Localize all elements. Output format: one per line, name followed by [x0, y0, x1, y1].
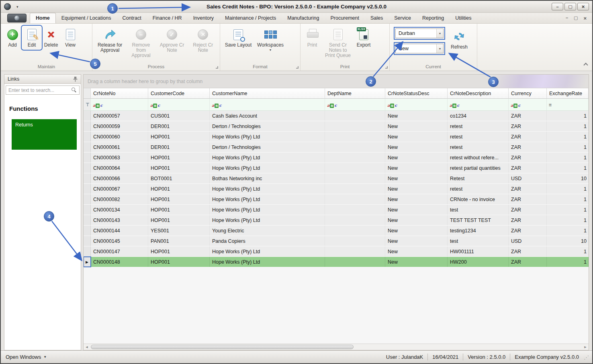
cell-deptname[interactable] — [325, 205, 385, 215]
filter-cell[interactable] — [385, 99, 448, 110]
cell-customername[interactable]: Hope Works (Pty) Ltd — [210, 215, 325, 225]
column-header[interactable]: CrNoteDescription — [448, 88, 509, 99]
cell-crnoteno[interactable]: CN0000082 — [91, 194, 148, 204]
ribbon-tab[interactable]: Service — [389, 13, 417, 23]
row-indicator[interactable] — [84, 111, 91, 121]
ribbon-tab[interactable]: Sales — [365, 13, 389, 23]
column-header[interactable]: CustomerName — [210, 88, 325, 99]
reject-cr-note-button[interactable]: Reject Cr Note — [188, 26, 218, 54]
release-for-approval-button[interactable]: Release for Approval — [95, 26, 125, 54]
cell-exchangerate[interactable]: 1 — [547, 215, 589, 225]
cell-customername[interactable]: Hope Works (Pty) Ltd — [210, 205, 325, 215]
cell-customername[interactable]: Hope Works (Pty) Ltd — [210, 163, 325, 173]
cell-customername[interactable]: Hope Works (Pty) Ltd — [210, 194, 325, 204]
cell-crnotedescription[interactable]: retest without refere... — [448, 153, 509, 163]
cell-customername[interactable]: Young Electric — [210, 226, 325, 236]
cell-customercode[interactable]: HOP001 — [148, 153, 210, 163]
ribbon-minimize-icon[interactable] — [566, 15, 568, 21]
title-bar[interactable]: Sales Credit Notes - BPO: Version 2.5.0.… — [1, 1, 592, 13]
text-filter-icon[interactable] — [450, 101, 459, 108]
pin-icon[interactable] — [73, 77, 78, 82]
cell-deptname[interactable] — [325, 153, 385, 163]
cell-deptname[interactable] — [325, 215, 385, 225]
cell-customername[interactable]: Hope Works (Pty) Ltd — [210, 132, 325, 142]
minimize-button[interactable] — [552, 3, 563, 10]
cell-crnotestatusdesc[interactable]: New — [385, 236, 448, 246]
ribbon-close-icon[interactable] — [583, 15, 587, 21]
cell-exchangerate[interactable]: 1 — [547, 142, 589, 152]
approve-cr-note-button[interactable]: Approve Cr Note — [157, 26, 187, 54]
cell-deptname[interactable] — [325, 226, 385, 236]
cell-exchangerate[interactable]: 1 — [547, 194, 589, 204]
row-indicator[interactable] — [84, 121, 91, 131]
cell-customercode[interactable]: HOP001 — [148, 205, 210, 215]
row-indicator[interactable] — [84, 194, 91, 204]
ribbon-tab[interactable]: Equipment / Locations — [56, 13, 117, 23]
table-row[interactable]: CN0000060 HOP001 Hope Works (Pty) Ltd Ne… — [84, 132, 589, 142]
cell-crnotestatusdesc[interactable]: New — [385, 246, 448, 256]
cell-exchangerate[interactable]: 1 — [547, 121, 589, 131]
cell-crnoteno[interactable]: CN0000143 — [91, 215, 148, 225]
cell-crnotedescription[interactable]: retest — [448, 184, 509, 194]
cell-currency[interactable]: ZAR — [509, 194, 547, 204]
ribbon-tab[interactable]: Finance / HR — [147, 13, 188, 23]
column-header[interactable]: Currency — [509, 88, 547, 99]
dialog-launcher-icon[interactable] — [296, 66, 299, 69]
filter-cell[interactable] — [91, 99, 148, 110]
cell-crnotestatusdesc[interactable]: New — [385, 173, 448, 183]
cell-currency[interactable]: ZAR — [509, 132, 547, 142]
cell-crnoteno[interactable]: CN0000059 — [91, 121, 148, 131]
cell-crnotedescription[interactable]: retest — [448, 121, 509, 131]
open-windows-button[interactable]: Open Windows — [6, 354, 47, 360]
cell-customername[interactable]: Hope Works (Pty) Ltd — [210, 246, 325, 256]
cell-deptname[interactable] — [325, 236, 385, 246]
collapse-ribbon-icon[interactable] — [583, 63, 588, 67]
cell-currency[interactable]: ZAR — [509, 142, 547, 152]
sidebar-item-returns[interactable]: Returns — [12, 119, 77, 150]
cell-currency[interactable]: ZAR — [509, 257, 547, 267]
table-row[interactable]: CN0000063 HOP001 Hope Works (Pty) Ltd Ne… — [84, 153, 589, 163]
send-cr-notes-to-print-queue-button[interactable]: Send Cr Notes to Print Queue — [322, 26, 354, 59]
row-indicator[interactable] — [84, 246, 91, 256]
row-indicator[interactable] — [84, 163, 91, 173]
cell-exchangerate[interactable]: 1 — [547, 226, 589, 236]
ribbon-restore-icon[interactable] — [574, 15, 578, 21]
export-button[interactable]: XLSX Export — [354, 26, 373, 49]
cell-crnotestatusdesc[interactable]: New — [385, 153, 448, 163]
chevron-down-icon[interactable] — [436, 29, 443, 38]
cell-deptname[interactable] — [325, 184, 385, 194]
cell-crnotestatusdesc[interactable]: New — [385, 205, 448, 215]
cell-deptname[interactable] — [325, 132, 385, 142]
table-row[interactable]: CN0000144 YES001 Young Electric New test… — [84, 226, 589, 236]
cell-crnotedescription[interactable]: retest — [448, 142, 509, 152]
cell-customercode[interactable]: PAN001 — [148, 236, 210, 246]
cell-exchangerate[interactable]: 10 — [547, 173, 589, 183]
ribbon-tab[interactable]: Manufacturing — [282, 13, 325, 23]
filter-cell[interactable] — [448, 99, 509, 110]
table-row[interactable]: CN0000143 HOP001 Hope Works (Pty) Ltd Ne… — [84, 215, 589, 226]
cell-deptname[interactable] — [325, 142, 385, 152]
cell-crnoteno[interactable]: CN0000144 — [91, 226, 148, 236]
cell-crnoteno[interactable]: CN0000063 — [91, 153, 148, 163]
scroll-left-icon[interactable] — [84, 346, 90, 349]
cell-exchangerate[interactable]: 1 — [547, 163, 589, 173]
cell-crnotedescription[interactable]: retest partial quantities — [448, 163, 509, 173]
text-filter-icon[interactable] — [327, 101, 337, 108]
application-menu-button[interactable] — [7, 14, 27, 22]
table-row[interactable]: CN0000134 HOP001 Hope Works (Pty) Ltd Ne… — [84, 205, 589, 215]
cell-currency[interactable]: USD — [509, 173, 547, 183]
cell-exchangerate[interactable]: 1 — [547, 132, 589, 142]
edit-button[interactable]: Edit — [22, 26, 41, 49]
table-row[interactable]: CN0000067 HOP001 Hope Works (Pty) Ltd Ne… — [84, 184, 589, 194]
cell-exchangerate[interactable]: 1 — [547, 184, 589, 194]
cell-exchangerate[interactable]: 10 — [547, 236, 589, 246]
table-row[interactable]: CN0000066 BOT0001 Bothas Networking inc … — [84, 173, 589, 184]
cell-crnotestatusdesc[interactable]: New — [385, 184, 448, 194]
cell-deptname[interactable] — [325, 173, 385, 183]
filter-cell[interactable] — [325, 99, 385, 110]
row-indicator[interactable] — [84, 236, 91, 246]
cell-crnoteno[interactable]: CN0000067 — [91, 184, 148, 194]
cell-crnoteno[interactable]: CN0000060 — [91, 132, 148, 142]
cell-exchangerate[interactable]: 1 — [547, 246, 589, 256]
print-button[interactable]: Print — [303, 26, 321, 49]
